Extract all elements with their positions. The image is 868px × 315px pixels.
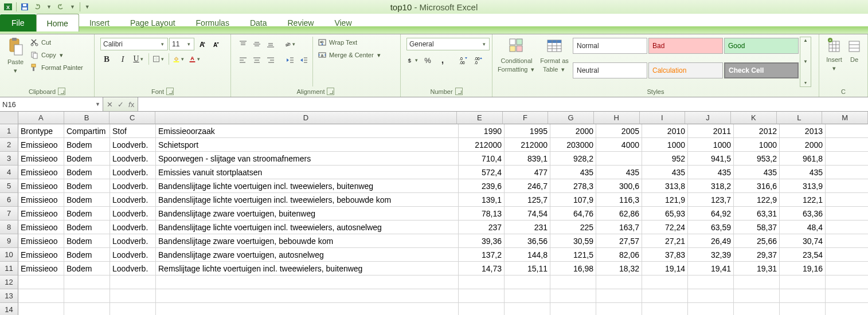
cell[interactable]: Remslijtage lichte voertuigen incl. twee… — [156, 262, 459, 275]
cell[interactable] — [642, 303, 688, 315]
cell[interactable]: 2010 — [642, 124, 688, 138]
align-bottom-icon[interactable] — [264, 38, 277, 50]
row-header[interactable]: 5 — [0, 179, 18, 193]
cell[interactable]: 122,9 — [734, 193, 780, 207]
cell[interactable]: 16,98 — [550, 262, 596, 275]
cell[interactable]: Loodverb. — [110, 179, 156, 193]
select-all-corner[interactable] — [0, 112, 18, 124]
cell[interactable] — [734, 289, 780, 303]
cell[interactable]: 212000 — [459, 138, 505, 152]
cell[interactable]: 435 — [550, 166, 596, 179]
cell[interactable]: Bandenslijtage zware voertuigen, autosne… — [156, 248, 459, 262]
increase-indent-icon[interactable] — [298, 54, 310, 66]
row-header[interactable]: 1 — [0, 124, 18, 138]
cell[interactable]: Bandenslijtage zware voertuigen, bebouwd… — [156, 234, 459, 248]
alignment-dialog-icon[interactable] — [327, 88, 334, 95]
cell[interactable] — [156, 275, 459, 289]
cell[interactable]: Bodem — [64, 152, 110, 166]
cell[interactable]: 2012 — [734, 124, 780, 138]
tab-insert[interactable]: Insert — [79, 14, 120, 32]
cell[interactable] — [688, 275, 734, 289]
tab-formulas[interactable]: Formulas — [186, 14, 240, 32]
cancel-formula-icon[interactable]: ✕ — [107, 100, 113, 109]
merge-center-button[interactable]: aMerge & Center▾ — [318, 50, 382, 60]
cell[interactable]: 27,57 — [596, 234, 642, 248]
cell[interactable] — [826, 262, 868, 275]
cell[interactable] — [826, 179, 868, 193]
cell[interactable]: 26,49 — [688, 234, 734, 248]
cell[interactable]: Spoorwegen - slijtage van stroomafnemers — [156, 152, 459, 166]
cell[interactable] — [688, 303, 734, 315]
font-color-button[interactable]: A▾ — [189, 53, 201, 65]
grow-font-icon[interactable]: A — [196, 38, 208, 50]
cell[interactable] — [826, 248, 868, 262]
cell[interactable]: Bandenslijtage zware voertuigen, buitenw… — [156, 207, 459, 220]
shrink-font-icon[interactable]: A — [209, 38, 222, 50]
cell[interactable] — [642, 275, 688, 289]
cell[interactable]: 203000 — [550, 138, 596, 152]
cell[interactable]: 107,9 — [550, 193, 596, 207]
cell-styles-gallery[interactable]: Normal Bad Good Neutral Calculation Chec… — [572, 37, 800, 87]
row-header[interactable]: 10 — [0, 248, 18, 262]
cell[interactable]: 961,8 — [780, 152, 826, 166]
cell[interactable] — [826, 207, 868, 220]
cell[interactable]: 1995 — [505, 124, 550, 138]
cell[interactable]: 952 — [642, 152, 688, 166]
cell[interactable] — [110, 303, 156, 315]
cell[interactable]: 435 — [734, 166, 780, 179]
cell[interactable]: Emissieoo — [18, 138, 64, 152]
qat-customize-icon[interactable]: ▼ — [84, 4, 91, 10]
cell[interactable]: 30,74 — [780, 234, 826, 248]
cell[interactable]: Emissieoo — [18, 152, 64, 166]
font-dialog-icon[interactable] — [166, 88, 174, 95]
cell[interactable]: 941,5 — [688, 152, 734, 166]
row-header[interactable]: 11 — [0, 262, 18, 275]
style-neutral[interactable]: Neutral — [573, 62, 647, 78]
cell[interactable]: 246,7 — [505, 179, 550, 193]
cell[interactable]: 225 — [550, 220, 596, 234]
cell[interactable]: 435 — [780, 166, 826, 179]
cell[interactable]: 313,8 — [642, 179, 688, 193]
cell[interactable]: Bodem — [64, 138, 110, 152]
italic-button[interactable]: I — [116, 53, 129, 65]
cell[interactable]: 64,76 — [550, 207, 596, 220]
insert-cells-button[interactable]: + Insert▾ — [823, 37, 846, 87]
align-center-icon[interactable] — [251, 54, 263, 66]
cell[interactable]: 1000 — [642, 138, 688, 152]
cell[interactable]: 928,2 — [550, 152, 596, 166]
format-painter-button[interactable]: Format Painter — [30, 63, 83, 72]
cell[interactable]: Emissies vanuit stortplaatsen — [156, 166, 459, 179]
enter-formula-icon[interactable]: ✓ — [118, 100, 124, 109]
comma-icon[interactable]: , — [436, 54, 449, 66]
cell[interactable]: Loodverb. — [110, 220, 156, 234]
cell[interactable]: Loodverb. — [110, 166, 156, 179]
cell[interactable]: Bodem — [64, 207, 110, 220]
cell[interactable]: Emissieoo — [18, 193, 64, 207]
cell[interactable]: 212000 — [505, 138, 550, 152]
align-middle-icon[interactable] — [251, 38, 263, 50]
cell[interactable] — [550, 275, 596, 289]
column-header[interactable]: G — [548, 112, 594, 124]
cell[interactable]: 1990 — [459, 124, 505, 138]
row-header[interactable]: 8 — [0, 220, 18, 234]
cell[interactable]: 137,2 — [459, 248, 505, 262]
cell[interactable] — [826, 152, 868, 166]
row-header[interactable]: 12 — [0, 275, 18, 289]
cell[interactable]: Emissieoo — [18, 234, 64, 248]
cell[interactable]: 116,3 — [596, 193, 642, 207]
cell[interactable]: 72,24 — [642, 220, 688, 234]
row-header[interactable]: 3 — [0, 152, 18, 166]
cell[interactable]: 2013 — [780, 124, 826, 138]
cell[interactable]: 30,59 — [550, 234, 596, 248]
cell[interactable]: 1000 — [734, 138, 780, 152]
cell[interactable]: 19,31 — [734, 262, 780, 275]
save-icon[interactable] — [20, 2, 29, 11]
cell[interactable]: 63,59 — [688, 220, 734, 234]
row-header[interactable]: 7 — [0, 207, 18, 220]
cell[interactable] — [110, 289, 156, 303]
cell[interactable]: 36,56 — [505, 234, 550, 248]
cell[interactable]: Bandenslijtage lichte voertuigen incl. t… — [156, 220, 459, 234]
cell[interactable]: 15,11 — [505, 262, 550, 275]
cell[interactable]: 27,21 — [642, 234, 688, 248]
cell[interactable] — [826, 124, 868, 138]
